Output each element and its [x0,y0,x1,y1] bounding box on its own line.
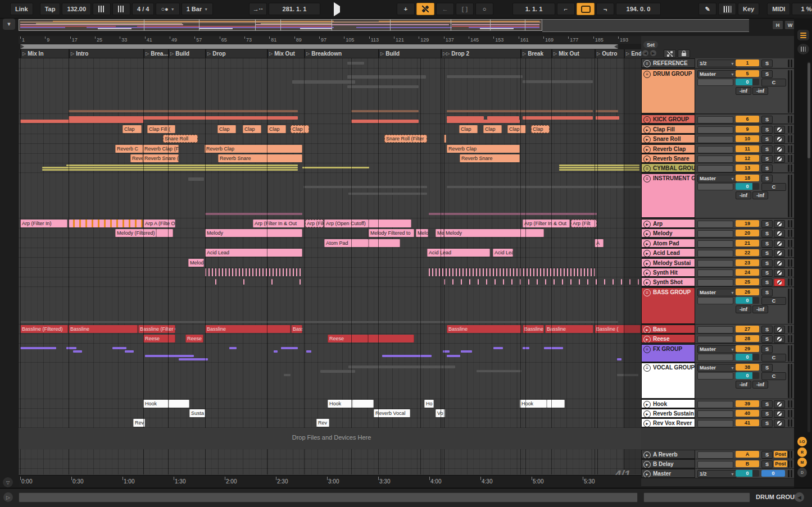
cue-button[interactable]: C [761,372,786,380]
clip[interactable]: Clap Fill ( [147,125,175,133]
track-input-display[interactable] [697,126,733,134]
clip[interactable]: Reverb Snare [460,154,520,162]
clip-tick[interactable] [452,279,453,285]
clip[interactable] [461,350,472,353]
track-lane-acid[interactable] [19,248,641,258]
track-lane-rsus[interactable] [19,409,641,418]
clip[interactable]: Arp (Open Cutoff) [324,220,369,227]
track-number-badge[interactable]: 18 [736,175,759,181]
freeze-button[interactable] [774,230,785,237]
track-number-badge[interactable]: 24 [736,269,759,276]
clip[interactable]: Hook [328,400,352,408]
clip[interactable]: Mel [436,229,444,237]
track-header-bgroup[interactable]: ≡BASS GROUP [641,287,695,324]
track-header-msus[interactable]: ▸Melody Sustai [641,258,695,267]
clip[interactable] [596,116,619,120]
pan-knob[interactable]: 0 [736,297,759,304]
clip[interactable]: Bassline (Filter O [138,325,175,333]
solo-button[interactable]: S [761,326,773,334]
track-header-bass[interactable]: ▸Bass [641,325,695,334]
clip[interactable] [20,120,143,123]
clip[interactable]: Bassline ( [595,325,641,333]
track-input-display[interactable] [697,260,733,267]
cue-button[interactable]: C [761,354,786,362]
mixer-toggle-m[interactable]: M [797,458,807,467]
track-input-display[interactable] [697,326,733,334]
clip-tick[interactable] [215,279,216,285]
clip[interactable] [447,75,523,78]
loop-end-marker[interactable] [614,44,618,49]
play-button[interactable] [332,6,348,12]
track-header-igroup[interactable]: ≡INSTRUMENT G [641,173,695,218]
clip[interactable] [205,213,302,215]
clip[interactable] [274,350,278,353]
clip[interactable] [42,169,298,171]
clip-tick[interactable] [528,279,529,285]
clip[interactable] [617,374,638,376]
freeze-button[interactable] [774,278,785,286]
play-icon[interactable]: ▸ [643,410,651,418]
track-header-master[interactable]: ▸Master [641,469,695,478]
track-header-reta[interactable]: ▸A Reverb [641,450,695,459]
clip[interactable]: Reverb Clap [447,145,520,153]
pan-knob[interactable]: 0 [736,183,759,190]
clip[interactable] [447,186,641,188]
track-lane-sshot[interactable] [19,277,641,287]
arrangement-overview[interactable] [19,19,542,31]
freeze-button[interactable] [774,220,785,228]
clip[interactable] [347,85,419,88]
clip-tick[interactable] [596,279,597,285]
session-record-button[interactable]: ○ [475,3,493,15]
clip[interactable] [292,80,355,84]
follow-button[interactable]: →·· [249,3,267,15]
clip[interactable]: Clap [483,125,502,133]
clip[interactable] [523,116,593,120]
clip[interactable]: Snare Roll (Filter [384,135,427,143]
computer-midi-keyboard-button[interactable] [718,3,736,15]
locator-break[interactable]: ▷Break [520,49,553,58]
track-number-badge[interactable]: B [736,460,759,467]
clip-tick[interactable] [587,279,588,285]
play-icon[interactable]: ▸ [643,136,651,143]
clip[interactable]: Reese [328,335,368,342]
track-number-badge[interactable]: 26 [736,289,759,295]
vertical-scrollbar-handle[interactable] [808,63,810,158]
track-number-badge[interactable]: 21 [736,240,759,246]
track-header-clap[interactable]: ▸Clap Fill [641,125,695,134]
track-lane-melody[interactable] [19,229,641,238]
track-number-badge[interactable]: 25 [736,278,759,285]
clip[interactable]: Clap [291,125,309,133]
volume-field[interactable]: -inf [736,87,751,95]
output-routing-select[interactable]: Master▼ [697,70,737,78]
clip[interactable] [351,110,419,112]
link-tracks-button[interactable] [664,49,676,58]
clip[interactable] [320,370,355,373]
locator-drop[interactable]: ▷Drop [205,49,269,58]
loop-length-field[interactable]: 194. 0. 0 [616,3,661,15]
loop-switch[interactable] [577,3,595,15]
output-routing-select[interactable]: Master▼ [697,345,737,353]
clip[interactable]: Arp (Filt [305,220,324,227]
clip[interactable]: Arp A (Filte Ou [143,220,175,227]
time-ruler[interactable]: 0:000:301:001:302:002:303:003:304:004:30… [19,475,641,487]
clip[interactable] [112,347,126,349]
clip-tick[interactable] [478,279,479,285]
clip[interactable]: Reverb Snare ( [143,154,179,162]
time-signature-field[interactable]: 4 / 4 [132,3,154,15]
clip-tick[interactable] [511,279,512,285]
track-number-badge[interactable]: A [736,451,759,458]
play-icon[interactable]: ▸ [643,260,651,267]
lock-button[interactable] [678,49,690,58]
track-number-badge[interactable]: 13 [736,165,759,171]
track-input-display[interactable] [697,250,733,257]
track-lane-msus[interactable] [19,258,641,268]
track-number-badge[interactable]: 39 [736,400,759,407]
clip[interactable] [447,355,460,357]
clip-tick[interactable] [537,279,538,285]
track-header-melody[interactable]: ▸Melody [641,229,695,237]
freeze-button[interactable] [774,155,785,163]
pan-knob[interactable]: 0 [736,470,759,477]
clip[interactable] [443,350,450,353]
track-input-display[interactable] [697,461,733,468]
volume-field-b[interactable]: -inf [752,381,768,389]
